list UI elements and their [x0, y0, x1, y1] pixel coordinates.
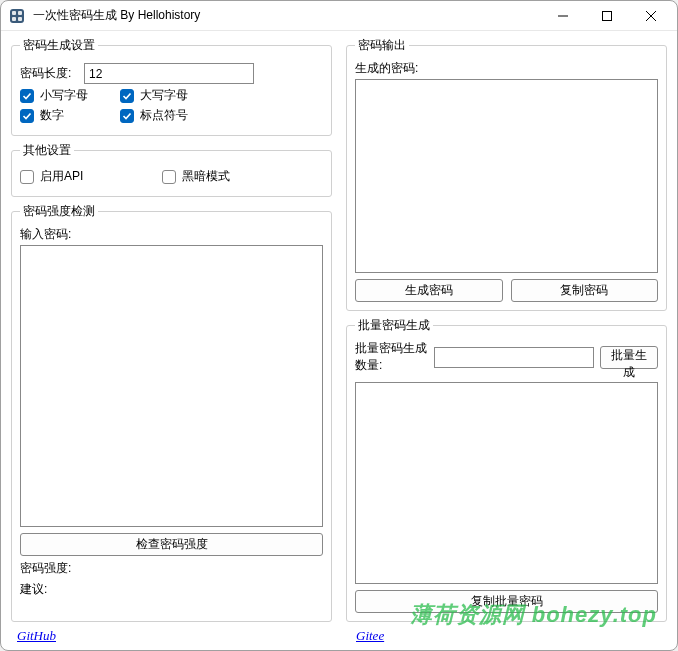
github-link[interactable]: GitHub: [17, 628, 56, 644]
svg-rect-3: [12, 17, 16, 21]
output-group: 密码输出 生成的密码: 生成密码 复制密码: [346, 37, 667, 311]
batch-group: 批量密码生成 批量密码生成数量: 批量生成 复制批量密码: [346, 317, 667, 622]
titlebar: 一次性密码生成 By Hellohistory: [1, 1, 677, 31]
window-title: 一次性密码生成 By Hellohistory: [33, 7, 200, 24]
checkbox-icon: [120, 109, 134, 123]
enable-api-label: 启用API: [40, 168, 83, 185]
punct-label: 标点符号: [140, 107, 188, 124]
svg-rect-0: [10, 9, 24, 23]
strength-result-label: 密码强度:: [20, 560, 323, 577]
batch-count-input[interactable]: [434, 347, 594, 368]
batch-count-label: 批量密码生成数量:: [355, 340, 428, 374]
checkbox-icon: [120, 89, 134, 103]
enable-api-checkbox[interactable]: 启用API: [20, 168, 138, 185]
length-input[interactable]: [84, 63, 254, 84]
generated-label: 生成的密码:: [355, 60, 658, 77]
digit-checkbox[interactable]: 数字: [20, 107, 96, 124]
password-gen-settings-group: 密码生成设置 密码长度: 小写字母 大写字母: [11, 37, 332, 136]
strength-input-label: 输入密码:: [20, 226, 323, 243]
length-label: 密码长度:: [20, 65, 80, 82]
punct-checkbox[interactable]: 标点符号: [120, 107, 196, 124]
lowercase-checkbox[interactable]: 小写字母: [20, 87, 96, 104]
svg-rect-6: [603, 11, 612, 20]
strength-input-textarea[interactable]: [20, 245, 323, 527]
batch-output-textarea[interactable]: [355, 382, 658, 584]
strength-legend: 密码强度检测: [20, 203, 98, 220]
output-legend: 密码输出: [355, 37, 409, 54]
strength-advice-label: 建议:: [20, 581, 323, 598]
gen-settings-legend: 密码生成设置: [20, 37, 98, 54]
content-area: 密码生成设置 密码长度: 小写字母 大写字母: [1, 31, 677, 628]
check-strength-button[interactable]: 检查密码强度: [20, 533, 323, 556]
minimize-button[interactable]: [541, 2, 585, 30]
other-settings-group: 其他设置 启用API 黑暗模式: [11, 142, 332, 197]
app-icon: [9, 8, 25, 24]
digit-label: 数字: [40, 107, 64, 124]
close-button[interactable]: [629, 2, 673, 30]
svg-rect-2: [18, 11, 22, 15]
uppercase-label: 大写字母: [140, 87, 188, 104]
checkbox-icon: [20, 109, 34, 123]
footer-links: GitHub Gitee: [1, 628, 677, 650]
lowercase-label: 小写字母: [40, 87, 88, 104]
app-window: 一次性密码生成 By Hellohistory 密码生成设置 密码长度:: [0, 0, 678, 651]
maximize-button[interactable]: [585, 2, 629, 30]
svg-rect-4: [18, 17, 22, 21]
generate-button[interactable]: 生成密码: [355, 279, 503, 302]
copy-batch-button[interactable]: 复制批量密码: [355, 590, 658, 613]
dark-mode-checkbox[interactable]: 黑暗模式: [162, 168, 238, 185]
copy-button[interactable]: 复制密码: [511, 279, 659, 302]
checkbox-icon: [20, 89, 34, 103]
strength-group: 密码强度检测 输入密码: 检查密码强度 密码强度: 建议:: [11, 203, 332, 622]
right-column: 密码输出 生成的密码: 生成密码 复制密码 批量密码生成 批量密码生成数量: 批…: [346, 37, 667, 628]
batch-generate-button[interactable]: 批量生成: [600, 346, 658, 369]
uppercase-checkbox[interactable]: 大写字母: [120, 87, 196, 104]
checkbox-icon: [162, 170, 176, 184]
dark-mode-label: 黑暗模式: [182, 168, 230, 185]
svg-rect-1: [12, 11, 16, 15]
gitee-link[interactable]: Gitee: [356, 628, 384, 644]
other-settings-legend: 其他设置: [20, 142, 74, 159]
checkbox-icon: [20, 170, 34, 184]
generated-password-textarea[interactable]: [355, 79, 658, 273]
left-column: 密码生成设置 密码长度: 小写字母 大写字母: [11, 37, 332, 628]
batch-legend: 批量密码生成: [355, 317, 433, 334]
